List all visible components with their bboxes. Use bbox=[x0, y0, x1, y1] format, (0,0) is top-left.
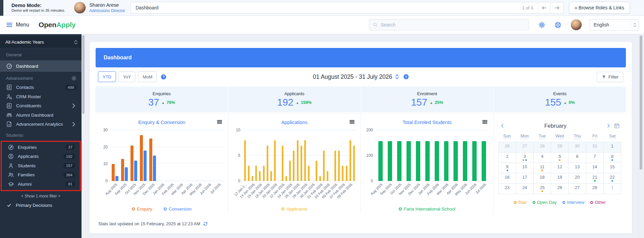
calendar-day-cell[interactable]: 28 bbox=[534, 142, 551, 153]
calendar-day-cell[interactable]: 21 bbox=[586, 173, 604, 184]
bar-applicants[interactable] bbox=[285, 176, 287, 181]
calendar-day-cell[interactable]: 23 bbox=[499, 184, 516, 194]
bar-faria-international-school[interactable] bbox=[388, 141, 392, 181]
openapply-logo[interactable]: OpenApply bbox=[39, 21, 75, 29]
date-range-control[interactable]: 01 August 2025 - 31 July 2026 ? bbox=[313, 73, 409, 80]
calendar-day-cell[interactable]: 5 bbox=[551, 153, 569, 163]
legend-item-other[interactable]: Other bbox=[590, 200, 606, 205]
sidebar-item-primary-decisions[interactable]: Primary Decisions bbox=[0, 200, 82, 210]
sidebar-item-constituents[interactable]: Constituents bbox=[0, 101, 82, 111]
chevron-right-icon[interactable] bbox=[606, 123, 611, 128]
legend-item-faria-international-school[interactable]: Faria International School bbox=[399, 206, 455, 212]
bar-enquiry[interactable] bbox=[140, 135, 143, 181]
calendar-day-cell[interactable]: 25 bbox=[534, 184, 551, 194]
bar-faria-international-school[interactable] bbox=[416, 141, 420, 181]
day-header[interactable]: Tue bbox=[539, 134, 546, 139]
bar-applicants[interactable] bbox=[323, 151, 325, 181]
settings-gear-icon[interactable] bbox=[538, 21, 545, 28]
next-arrow-button[interactable] bbox=[550, 2, 563, 13]
calendar-day-cell[interactable]: 29 bbox=[551, 142, 569, 153]
calendar-day-cell[interactable]: 6 bbox=[569, 153, 586, 163]
bar-applicants[interactable] bbox=[289, 161, 291, 181]
search-input[interactable] bbox=[381, 22, 525, 27]
bar-faria-international-school[interactable] bbox=[378, 141, 383, 181]
bar-applicants[interactable] bbox=[304, 140, 306, 181]
calendar-day-cell[interactable]: 10 bbox=[516, 163, 534, 173]
bar-applicants[interactable] bbox=[274, 140, 276, 181]
bar-applicants[interactable] bbox=[252, 176, 253, 181]
calendar-day-cell[interactable]: 16 bbox=[499, 173, 516, 184]
bar-applicants[interactable] bbox=[282, 145, 283, 181]
bar-faria-international-school[interactable] bbox=[425, 141, 430, 181]
bar-applicants[interactable] bbox=[259, 171, 261, 181]
calendar-day-cell[interactable]: 22 bbox=[604, 173, 621, 184]
hamburger-icon[interactable] bbox=[216, 119, 223, 125]
bar-applicants[interactable] bbox=[338, 151, 340, 181]
show-more-filters[interactable]: + Show 1 more filter + bbox=[0, 191, 82, 200]
bar-enquiry[interactable] bbox=[121, 159, 124, 181]
language-select[interactable]: English bbox=[589, 19, 639, 31]
stat-card-enrolment[interactable]: Enrolment157▲ 25% bbox=[361, 86, 493, 112]
support-lifering-icon[interactable] bbox=[554, 21, 561, 28]
sidebar-item-families[interactable]: Families364 bbox=[2, 170, 80, 180]
stat-card-enquiries[interactable]: Enquiries37▲ 76% bbox=[96, 86, 228, 112]
calendar-day-cell[interactable]: 1 bbox=[604, 142, 621, 153]
calendar-day-cell[interactable]: 9 bbox=[499, 163, 516, 173]
bar-applicants[interactable] bbox=[267, 145, 268, 181]
chevron-left-icon[interactable] bbox=[500, 123, 505, 128]
calendar-day-cell[interactable]: 20 bbox=[569, 173, 586, 184]
filter-button[interactable]: Filter bbox=[597, 72, 624, 82]
calendar-day-cell[interactable]: 27 bbox=[569, 184, 586, 194]
calendar-day-cell[interactable]: 28 bbox=[586, 184, 604, 194]
calendar-day-cell[interactable]: 15 bbox=[604, 163, 621, 173]
range-button-ytd[interactable]: YTD bbox=[98, 71, 116, 82]
user-role[interactable]: Admissions Director bbox=[89, 8, 125, 13]
sidebar-item-alumni-dashboard[interactable]: Alumni Dashboard bbox=[0, 111, 82, 120]
calendar-day-cell[interactable]: 2 bbox=[499, 153, 516, 163]
stat-card-applicants[interactable]: Applicants192▲ 159% bbox=[228, 86, 361, 112]
calendar-day-cell[interactable]: 19 bbox=[551, 173, 569, 184]
calendar-icon[interactable] bbox=[614, 123, 620, 129]
bar-applicants[interactable] bbox=[301, 145, 302, 181]
bar-conversion[interactable] bbox=[125, 167, 128, 181]
calendar-day-cell[interactable]: 26 bbox=[551, 184, 569, 194]
bar-applicants[interactable] bbox=[316, 161, 317, 181]
bar-faria-international-school[interactable] bbox=[444, 141, 448, 181]
sidebar-item-enquiries[interactable]: Enquiries37 bbox=[2, 143, 80, 152]
bar-faria-international-school[interactable] bbox=[407, 141, 411, 181]
bar-applicants[interactable] bbox=[244, 140, 246, 181]
legend-item-interview[interactable]: Interview bbox=[562, 200, 584, 205]
sidebar-item-alumni[interactable]: Alumni81 bbox=[2, 180, 80, 189]
bar-applicants[interactable] bbox=[350, 140, 351, 181]
calendar-day-cell[interactable]: 7 bbox=[586, 153, 604, 163]
scrollbar-thumb[interactable] bbox=[640, 36, 642, 170]
bar-conversion[interactable] bbox=[153, 156, 156, 181]
bar-enquiry[interactable] bbox=[130, 145, 133, 181]
calendar-day-cell[interactable]: 14 bbox=[586, 163, 604, 173]
calendar-day-cell[interactable]: 26 bbox=[499, 142, 516, 153]
range-button-yoy[interactable]: YoY bbox=[118, 71, 136, 82]
menu-toggle[interactable]: Menu bbox=[6, 21, 29, 28]
sidebar-item-contacts[interactable]: Contacts499 bbox=[0, 83, 82, 92]
legend-item-tour[interactable]: Tour bbox=[514, 200, 527, 205]
sidebar-item-advancement-analytics[interactable]: Advancement Analytics bbox=[0, 120, 82, 129]
calendar-day-cell[interactable]: 3 bbox=[516, 153, 534, 163]
help-icon[interactable]: ? bbox=[404, 74, 409, 79]
stat-card-events[interactable]: Events155▲ 0% bbox=[494, 86, 626, 112]
academic-year-selector[interactable]: All Academic Years bbox=[0, 36, 82, 48]
bar-enquiry[interactable] bbox=[149, 138, 152, 181]
legend-item-enquiry[interactable]: Enquiry bbox=[132, 206, 152, 212]
bar-applicants[interactable] bbox=[327, 171, 328, 181]
user-avatar[interactable] bbox=[74, 2, 86, 14]
day-header[interactable]: Fri bbox=[592, 134, 597, 139]
legend-item-open_day[interactable]: Open Day bbox=[533, 200, 557, 205]
bar-applicants[interactable] bbox=[270, 171, 272, 181]
bar-faria-international-school[interactable] bbox=[472, 141, 477, 181]
bar-applicants[interactable] bbox=[346, 166, 347, 181]
day-header[interactable]: Sat bbox=[609, 134, 615, 139]
range-button-mom[interactable]: MoM bbox=[138, 71, 157, 82]
calendar-day-cell[interactable]: 31 bbox=[586, 142, 604, 153]
bar-applicants[interactable] bbox=[353, 145, 355, 181]
legend-item-conversion[interactable]: Conversion bbox=[164, 206, 192, 212]
help-icon[interactable]: ? bbox=[161, 74, 166, 79]
